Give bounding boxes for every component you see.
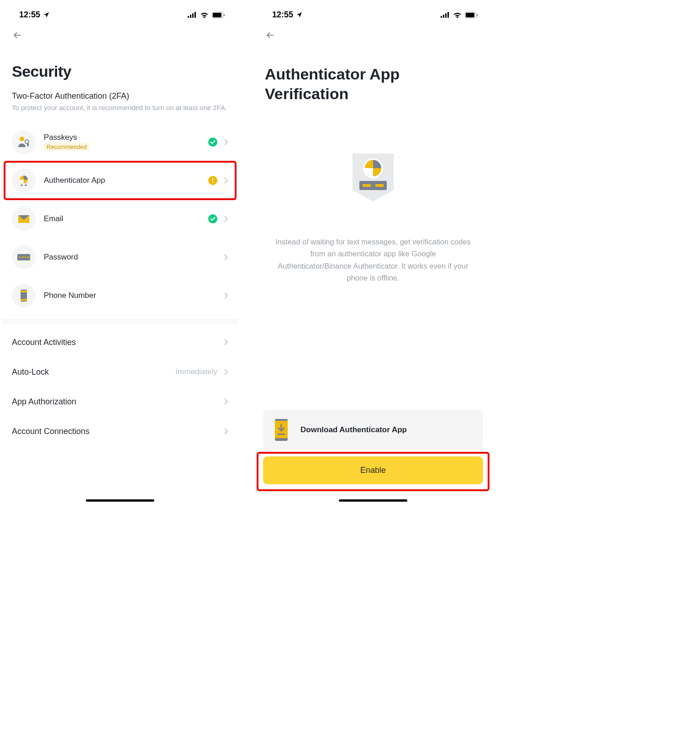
row-label: Email [44, 214, 200, 223]
svg-rect-35 [375, 184, 384, 187]
chevron-right-icon [224, 138, 228, 146]
svg-rect-13 [212, 178, 213, 181]
page-title: Authenticator App Verification [255, 44, 491, 103]
location-icon [296, 11, 303, 18]
status-time: 12:55 [19, 10, 40, 20]
svg-rect-0 [188, 16, 189, 18]
enable-button[interactable]: Enable [263, 456, 483, 484]
svg-rect-27 [445, 13, 447, 18]
tfa-description: To protect your account, it is recommend… [2, 102, 238, 123]
page-title: Security [2, 44, 238, 87]
phone-icon [12, 284, 36, 307]
battery-icon [465, 12, 478, 18]
row-label: Passkeys [44, 133, 200, 142]
download-label: Download Authenticator App [300, 425, 407, 434]
svg-rect-23 [21, 291, 27, 292]
check-circle-icon [208, 214, 217, 223]
back-button[interactable] [255, 23, 491, 44]
authenticator-illustration [255, 103, 491, 236]
row-value: Immediately [175, 367, 217, 376]
svg-rect-5 [213, 13, 221, 17]
check-circle-icon [208, 138, 217, 147]
svg-rect-31 [477, 14, 478, 16]
status-bar: 12:55 [255, 2, 491, 23]
row-account-connections[interactable]: Account Connections [2, 417, 238, 446]
svg-point-20 [25, 256, 26, 258]
home-indicator [86, 499, 154, 502]
chevron-right-icon [224, 215, 228, 222]
svg-point-8 [25, 140, 29, 143]
tfa-heading: Two-Factor Authentication (2FA) [2, 87, 238, 102]
row-passkeys[interactable]: Passkeys Recommended [2, 123, 238, 161]
svg-rect-2 [192, 13, 194, 18]
svg-rect-24 [21, 299, 27, 301]
cellular-icon [441, 12, 450, 18]
svg-rect-38 [278, 434, 285, 435]
recommended-tag: Recommended [44, 143, 89, 151]
svg-rect-10 [21, 185, 23, 186]
svg-rect-30 [466, 13, 474, 17]
password-icon [12, 245, 36, 269]
row-label: Authenticator App [44, 176, 200, 185]
svg-rect-26 [443, 15, 444, 18]
authenticator-verification-screen: 12:55 Authenticator App Verification Ins… [255, 2, 491, 505]
svg-rect-1 [190, 15, 191, 18]
status-time: 12:55 [272, 10, 293, 20]
row-auto-lock[interactable]: Auto-Lock Immediately [2, 357, 238, 387]
row-email[interactable]: Email [2, 200, 238, 238]
chevron-right-icon [224, 339, 228, 346]
cellular-icon [188, 12, 197, 18]
battery-icon [212, 12, 225, 18]
row-label: Account Activities [12, 338, 76, 347]
home-indicator [339, 499, 407, 502]
status-bar: 12:55 [2, 2, 238, 23]
svg-point-7 [20, 137, 24, 141]
chevron-right-icon [224, 292, 228, 299]
row-label: Account Connections [12, 427, 89, 436]
arrow-left-icon [12, 30, 23, 41]
row-authenticator-app[interactable]: Authenticator App [2, 161, 238, 200]
svg-rect-34 [363, 184, 371, 187]
location-icon [43, 11, 50, 18]
chevron-right-icon [224, 254, 228, 261]
security-screen: 12:55 Security Two-Factor Authentication… [2, 2, 238, 505]
description-text: Instead of waiting for text messages, ge… [255, 236, 491, 284]
row-label: Phone Number [44, 291, 216, 300]
chevron-right-icon [224, 428, 228, 435]
wifi-icon [453, 12, 462, 18]
download-authenticator-card[interactable]: Download Authenticator App [263, 410, 483, 450]
row-label: App Authorization [12, 397, 76, 407]
row-password[interactable]: Password [2, 238, 238, 276]
row-phone-number[interactable]: Phone Number [2, 276, 238, 315]
email-icon [12, 207, 36, 231]
chevron-right-icon [224, 177, 228, 184]
svg-rect-25 [441, 16, 442, 18]
chevron-right-icon [224, 398, 228, 405]
section-divider [2, 319, 238, 323]
back-button[interactable] [2, 23, 238, 44]
svg-rect-21 [27, 256, 29, 258]
row-label: Auto-Lock [12, 367, 49, 377]
svg-rect-6 [224, 14, 225, 16]
svg-rect-28 [447, 12, 449, 18]
chevron-right-icon [224, 368, 228, 376]
arrow-left-icon [265, 30, 276, 41]
svg-point-14 [212, 181, 214, 183]
authenticator-icon [12, 169, 36, 192]
svg-rect-11 [25, 185, 27, 186]
svg-point-18 [19, 256, 21, 258]
svg-rect-3 [195, 12, 196, 18]
svg-point-19 [22, 256, 24, 258]
row-account-activities[interactable]: Account Activities [2, 328, 238, 357]
wifi-icon [200, 12, 209, 18]
row-app-authorization[interactable]: App Authorization [2, 387, 238, 417]
warning-circle-icon [208, 176, 217, 185]
row-label: Password [44, 253, 216, 262]
passkeys-icon [12, 130, 36, 154]
download-phone-icon [272, 418, 290, 442]
